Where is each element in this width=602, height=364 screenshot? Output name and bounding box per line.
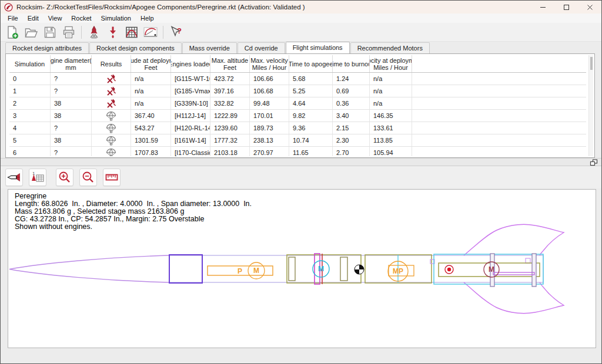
launch-simulation-button[interactable] [85,24,103,41]
cell-engines_loaded: [I161W-14] [171,134,210,146]
cell-velocity_at_deployment: n/a [370,73,412,85]
payload-bay [169,255,202,283]
measure-ruler-button[interactable] [103,168,121,186]
column-header-altitude_at_deployment[interactable]: itude at deploymFeet [131,55,171,72]
centering-ring [340,257,347,281]
rocket-side-view-button[interactable] [5,168,23,186]
maximize-button[interactable] [554,1,578,14]
save-button[interactable] [41,24,59,41]
table-row[interactable]: 4? 543.27[H120-RL-14]1239.60189.739.362.… [9,122,586,134]
cell-simulation: 2 [9,97,51,109]
rocket-parts-detail-button[interactable]: 1 [29,168,46,186]
tab-flight-simulations[interactable]: Flight simulations [286,42,350,53]
new-file-button[interactable] [4,24,21,41]
design-view-toolbar: 1 [1,166,601,188]
cell-simulation: 1 [9,85,51,97]
cell-time_to_burnout: 1.24 [333,73,370,85]
cell-result [92,85,131,97]
cell-time_to_burnout: 0.36 [333,97,370,109]
cell-time_to_apogee: 5.68 [289,73,333,85]
table-row[interactable]: 0? n/a[G115-WT-10]423.72106.665.681.24n/… [9,73,586,85]
column-header-velocity_at_deployment[interactable]: ocity at deploymMiles / Hour [370,55,412,72]
zoom-in-button[interactable] [56,168,73,186]
table-row[interactable]: 238 n/a[G339N-10]332.8299.484.640.36n/a [9,97,586,110]
panel-splitter[interactable] [1,158,601,166]
cell-engines_loaded: [G339N-10] [171,97,210,109]
parachute-label: P [238,267,242,275]
cell-max_velocity: 106.66 [250,73,289,85]
crashed-rocket-icon [106,99,116,108]
gauge-icon [143,25,158,39]
cell-max_altitude: 1222.89 [210,110,250,122]
cg-marker [354,265,364,274]
motor-mass-label: M [489,265,494,274]
cp-marker [445,265,453,274]
mid-section-a [287,255,361,283]
maximize-icon [563,4,570,11]
column-header-max_velocity[interactable]: Max. velocityMiles / Hour [250,55,289,72]
cell-velocity_at_deployment: 105.94 [370,147,412,156]
cell-max_altitude: 397.16 [210,85,250,97]
cell-engines_loaded: [I170-Classic-14] [171,147,210,156]
rocket-design-view[interactable]: PeregrineLength: 68.8026 In. , Diameter:… [8,189,596,348]
cell-velocity_at_deployment: n/a [370,85,412,97]
rocksim-window: Rocksim- Z:/RocketTestFiles/Rocksim/Apog… [0,0,602,364]
lower-fin [464,282,564,314]
flight-descent-button[interactable] [104,24,122,41]
menu-simulation[interactable]: Simulation [96,14,136,22]
cell-time_to_burnout: 2.15 [333,122,370,134]
tab-rocket-design-components[interactable]: Rocket design components [89,42,182,53]
parachute-icon [105,123,117,133]
menu-file[interactable]: File [3,14,23,22]
minimize-button[interactable] [531,1,554,14]
close-button[interactable] [578,1,601,14]
simulation-table: Simulationngine diameter(smmResultsitude… [9,55,586,156]
column-header-max_altitude[interactable]: Max. altitudeFeet [210,55,250,72]
table-row[interactable]: 1? n/a[G185-Vmax-12]397.16106.685.250.69… [9,85,586,97]
column-header-engines_loaded[interactable]: Engines loaded [171,55,210,72]
cell-max_altitude: 1777.32 [210,134,250,146]
column-header-result[interactable]: Results [92,55,131,72]
competition-settings-button[interactable] [142,24,159,41]
table-row[interactable]: 6? 1707.83[I170-Classic-14]2103.18270.97… [9,147,586,156]
flight-simulations-panel: Simulationngine diameter(smmResultsitude… [5,53,595,158]
menu-rocket[interactable]: Rocket [66,14,96,22]
column-header-engine_diameter[interactable]: ngine diameter(smm [51,55,92,72]
cell-time_to_burnout: 0.69 [333,85,370,97]
column-header-simulation[interactable]: Simulation [9,55,51,72]
table-scrollbar[interactable] [588,55,593,156]
print-button[interactable] [60,24,78,41]
tab-rocket-design-attributes[interactable]: Rocket design attributes [5,42,89,53]
fin-tab [532,254,536,287]
table-row[interactable]: 338 367.40[H112J-14]1222.89170.019.823.4… [9,110,586,122]
cell-max_velocity: 189.73 [250,122,289,134]
tab-recommended-motors[interactable]: Recommended Motors [350,42,430,53]
open-file-button[interactable] [22,24,40,41]
cell-time_to_apogee: 11.65 [289,147,333,156]
menu-edit[interactable]: Edit [23,14,44,22]
cell-engine_diameter: ? [51,85,92,97]
minimize-icon [540,4,546,11]
cell-engine_diameter: 38 [51,134,92,146]
column-header-time_to_apogee[interactable]: Time to apogee [289,55,333,72]
tab-mass-override[interactable]: Mass override [182,42,237,53]
menu-bar: FileEditViewRocketSimulationHelp [1,14,601,23]
zoom-out-button[interactable] [79,168,97,186]
menu-help[interactable]: Help [136,14,159,22]
cell-max_altitude: 1239.60 [210,122,250,134]
cell-max_altitude: 2103.18 [210,147,250,156]
cell-time_to_burnout: 3.40 [333,110,370,122]
scrollbar-thumb[interactable] [590,57,593,70]
cell-max_altitude: 423.72 [210,73,250,85]
restore-pane-icon[interactable] [590,159,598,166]
menu-view[interactable]: View [44,14,67,22]
context-help-button[interactable]: ? [167,24,185,41]
launch-rocket-icon [87,25,101,39]
cell-result [92,134,131,146]
cell-max_velocity: 270.97 [250,147,289,156]
column-header-time_to_burnout[interactable]: Time to burnout [333,55,370,72]
simulation-plot-button[interactable] [123,24,141,41]
table-row[interactable]: 538 1301.59[I161W-14]1777.32238.1310.742… [9,134,586,147]
nose-cone [9,255,169,282]
tab-cd-override[interactable]: Cd override [238,42,285,53]
